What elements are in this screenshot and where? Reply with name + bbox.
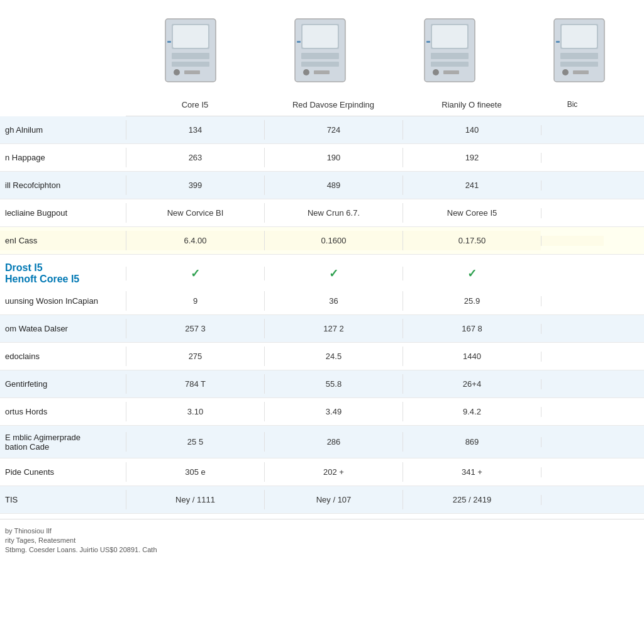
product-name-1: Core I5: [126, 97, 264, 112]
row-label-13: TIS: [0, 490, 126, 509]
svg-rect-27: [560, 62, 598, 67]
row-cell-7-1: 257 3: [126, 319, 264, 338]
product-image-2: [255, 6, 385, 94]
row-label-8: edoclains: [0, 347, 126, 366]
row-label-7: om Watea Dalser: [0, 319, 126, 338]
row-cell-8-2: 24.5: [264, 347, 402, 366]
row-cell-13-4: [541, 495, 604, 505]
row-cell-2-4: [541, 153, 604, 163]
row-cell-6-1: 9: [126, 291, 264, 311]
svg-rect-26: [560, 53, 598, 59]
row-cell-9-4: [541, 379, 604, 389]
table-row: Gentirfeting 784 T 55.8 26+4: [0, 370, 644, 398]
row-cell-12-3: 341 +: [402, 462, 541, 482]
table-row: gh Alnilum 134 724 140: [0, 116, 644, 144]
row-cell-10-1: 3.10: [126, 402, 264, 421]
row-label-3: ill Recofciphton: [0, 175, 126, 195]
product-name-3: Rianily O fineete: [402, 97, 541, 112]
svg-rect-22: [443, 70, 459, 74]
row-cell-13-1: Ney / 1111: [126, 490, 264, 509]
product-image-4: [514, 6, 644, 94]
svg-rect-20: [432, 25, 467, 48]
svg-rect-31: [556, 41, 560, 43]
row-cell-5-3: 0.17.50: [402, 231, 541, 250]
table-row: edoclains 275 24.5 1440: [0, 343, 644, 370]
svg-rect-3: [172, 62, 209, 67]
row-cell-9-3: 26+4: [402, 374, 541, 394]
checkmark-2: ✓: [329, 267, 338, 280]
table-row: uunsing Wosion InCapian 9 36 25.9: [0, 287, 644, 315]
row-cell-4-4: [541, 208, 604, 218]
svg-rect-2: [172, 53, 209, 59]
row-cell-3-1: 399: [126, 175, 264, 195]
row-cell-3-4: [541, 180, 604, 191]
row-cell-6-2: 36: [264, 291, 402, 311]
row-cell-9-1: 784 T: [126, 374, 264, 394]
row-cell-6-3: 25.9: [402, 291, 541, 311]
svg-rect-23: [426, 41, 430, 43]
row-cell-12-4: [541, 467, 604, 477]
row-cell-4-3: New Coree I5: [402, 203, 541, 223]
svg-point-21: [433, 69, 439, 75]
table-row: om Watea Dalser 257 3 127 2 167 8: [0, 315, 644, 343]
svg-rect-14: [314, 70, 330, 74]
row-cell-8-3: 1440: [402, 347, 541, 366]
row-cell-2-1: 263: [126, 148, 264, 167]
svg-rect-12: [303, 25, 338, 48]
section-title-1: Drost I5: [0, 262, 126, 274]
row-cell-10-3: 9.4.2: [402, 402, 541, 421]
table-row: E mblic Agimerpradebation Cade 25 5 286 …: [0, 426, 644, 458]
svg-rect-18: [431, 53, 469, 59]
row-cell-7-2: 127 2: [264, 319, 402, 338]
row-cell-1-1: 134: [126, 120, 264, 140]
section-title-2: Henoft Coree I5: [0, 274, 126, 285]
row-cell-13-2: Ney / 107: [264, 490, 402, 509]
svg-rect-7: [167, 41, 171, 43]
row-label-6: uunsing Wosion InCapian: [0, 291, 126, 311]
svg-point-13: [303, 69, 309, 75]
section-title-row: Drost I5 Henoft Coree I5 ✓ ✓ ✓: [0, 255, 644, 287]
comparison-table: gh Alnilum 134 724 140 n Happage 263 190…: [0, 116, 644, 514]
footer-line-1: by Thinosiou Ilf: [5, 527, 639, 535]
row-label-5: enI Cass: [0, 231, 126, 250]
row-label-9: Gentirfeting: [0, 374, 126, 394]
checkmark-3: ✓: [467, 267, 477, 280]
svg-rect-30: [573, 70, 589, 74]
row-cell-5-2: 0.1600: [264, 231, 402, 250]
table-row: Pide Cunents 305 e 202 + 341 +: [0, 458, 644, 486]
table-row: lecliaine Bugpout New Corvice BI New Cru…: [0, 199, 644, 227]
row-cell-12-1: 305 e: [126, 462, 264, 482]
row-cell-6-4: [541, 296, 604, 306]
product-images-row: [126, 0, 644, 97]
table-row-highlight: enI Cass 6.4.00 0.1600 0.17.50: [0, 227, 644, 255]
svg-rect-10: [301, 53, 339, 59]
product-image-3: [385, 6, 514, 94]
row-cell-5-1: 6.4.00: [126, 231, 264, 250]
row-cell-1-2: 724: [264, 120, 402, 140]
row-cell-10-2: 3.49: [264, 402, 402, 421]
row-cell-1-4: [541, 125, 604, 135]
svg-rect-19: [431, 62, 469, 67]
row-cell-11-2: 286: [264, 432, 402, 452]
row-cell-11-3: 869: [402, 432, 541, 452]
row-cell-8-1: 275: [126, 347, 264, 366]
footer-line-3: Stbmg. Coesder Loans. Juirtio US$0 20891…: [5, 546, 639, 553]
table-row: TIS Ney / 1111 Ney / 107 225 / 2419: [0, 486, 644, 514]
table-row: ill Recofciphton 399 489 241: [0, 172, 644, 199]
svg-rect-4: [173, 25, 208, 48]
row-label-4: lecliaine Bugpout: [0, 203, 126, 223]
product-name-4: Bic: [541, 97, 604, 112]
row-cell-7-4: [541, 324, 604, 334]
checkmark-1: ✓: [191, 267, 200, 280]
row-label-2: n Happage: [0, 148, 126, 167]
row-cell-5-4: [541, 236, 604, 246]
row-cell-7-3: 167 8: [402, 319, 541, 338]
product-image-1: [126, 6, 255, 94]
row-label-1: gh Alnilum: [0, 120, 126, 140]
row-cell-3-2: 489: [264, 175, 402, 195]
row-cell-11-4: [541, 437, 604, 447]
page-wrapper: Core I5 Red Davose Erpinding Rianily O f…: [0, 0, 644, 644]
table-row: ortus Hords 3.10 3.49 9.4.2: [0, 398, 644, 426]
svg-point-5: [174, 69, 180, 75]
table-row: n Happage 263 190 192: [0, 144, 644, 172]
